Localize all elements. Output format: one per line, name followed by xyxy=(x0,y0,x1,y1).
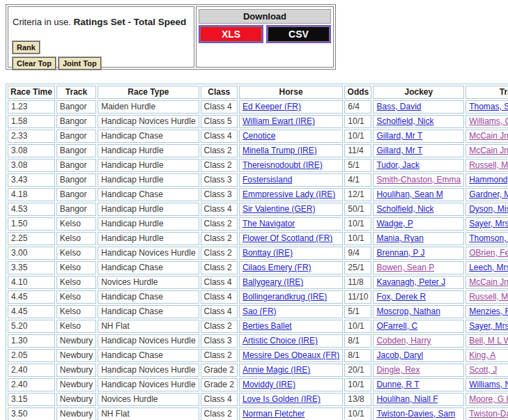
trainer-link[interactable]: Menzies, Rebecca xyxy=(469,306,508,316)
jockey-link[interactable]: Twiston-Davies, Sam xyxy=(376,409,455,419)
jockey-link[interactable]: Bass, David xyxy=(376,102,421,111)
jockey-link[interactable]: Cobden, Harry xyxy=(376,336,431,345)
horse-link[interactable]: Sir Valentine (GER) xyxy=(243,204,315,214)
horse-link-cell: Minella Trump (IRE) xyxy=(239,144,343,157)
race-time-cell: 1.30 xyxy=(8,334,55,348)
jockey-link[interactable]: Brennan, P J xyxy=(376,248,424,258)
horse-link-cell: The Navigator xyxy=(239,217,343,231)
jockey-link[interactable]: OFarrell, C xyxy=(376,321,417,331)
horse-link[interactable]: Cenotice xyxy=(243,131,275,141)
horse-link[interactable]: Minella Trump (IRE) xyxy=(243,146,317,155)
race-time-cell: 4.45 xyxy=(8,290,55,304)
trainer-link[interactable]: Twiston-Davies, N A xyxy=(469,409,508,419)
odds-cell: 12/1 xyxy=(344,188,371,201)
horse-link[interactable]: Artistic Choice (IRE) xyxy=(243,336,318,345)
track-cell: Bangor xyxy=(56,144,96,157)
horse-link[interactable]: Love Is Golden (IRE) xyxy=(243,394,321,404)
jockey-link[interactable]: Kavanagh, Peter J xyxy=(376,277,445,287)
horse-link[interactable]: Ballygeary (IRE) xyxy=(243,277,303,287)
trainer-link[interactable]: Scott, J xyxy=(469,365,497,375)
trainer-link[interactable]: Hammond, Micky xyxy=(469,175,508,185)
jockey-link[interactable]: Mania, Ryan xyxy=(376,233,423,243)
jockey-link[interactable]: Dunne, R T xyxy=(376,380,419,389)
horse-link[interactable]: Bonttay (IRE) xyxy=(243,248,293,258)
race-type-cell: Handicap Novices Hurdle xyxy=(98,247,199,260)
horse-link[interactable]: Messire Des Obeaux (FR) xyxy=(243,350,339,360)
jockey-link-cell: OFarrell, C xyxy=(373,320,464,333)
trainer-link[interactable]: Sayer, Mrs Dianne xyxy=(469,219,508,228)
trainer-link[interactable]: Gardner, Mrs S xyxy=(469,189,508,199)
jockey-link[interactable]: Houlihan, Niall F xyxy=(376,394,438,404)
column-header-jockey: Jockey xyxy=(373,86,464,99)
trainer-link-cell: Williams, Noel xyxy=(465,378,508,391)
trainer-link[interactable]: Williams, Christian xyxy=(469,116,508,126)
jockey-link[interactable]: Tudor, Jack xyxy=(376,160,420,170)
odds-cell: 8/1 xyxy=(344,349,371,362)
jockey-link[interactable]: Moscrop, Nathan xyxy=(376,306,440,316)
jockey-link[interactable]: Scholfield, Nick xyxy=(376,204,433,214)
jockey-link[interactable]: Gillard, Mr T xyxy=(376,131,422,141)
horse-link[interactable]: Moviddy (IRE) xyxy=(243,380,295,389)
jockey-link[interactable]: Houlihan, Sean M xyxy=(376,189,442,199)
race-time-cell: 2.05 xyxy=(8,349,55,362)
horse-link[interactable]: Cilaos Emery (FR) xyxy=(243,263,311,272)
trainer-link-cell: Russell, Miss Lucinda V xyxy=(465,159,508,172)
jockey-link[interactable]: Scholfield, Nick xyxy=(376,116,433,126)
clear-top-button[interactable]: Clear Top xyxy=(13,57,56,70)
horse-link[interactable]: Sao (FR) xyxy=(243,306,277,316)
track-cell: Newbury xyxy=(56,393,96,406)
trainer-link[interactable]: Moore, G L xyxy=(469,394,508,404)
trainer-link[interactable]: McCain Jnr, D xyxy=(469,146,508,155)
trainer-link-cell: McCain Jnr, D xyxy=(465,276,508,289)
rank-button[interactable]: Rank xyxy=(13,41,40,54)
jockey-link[interactable]: Dingle, Rex xyxy=(376,365,420,375)
trainer-link[interactable]: Bell, M L W xyxy=(469,336,508,345)
jockey-link[interactable]: Bowen, Sean P xyxy=(376,263,434,272)
horse-link[interactable]: Flower Of Scotland (FR) xyxy=(243,233,332,243)
trainer-link[interactable]: Russell, Miss Lucinda V xyxy=(469,160,508,170)
trainer-link[interactable]: Russell, Miss Lucinda V xyxy=(469,292,508,302)
trainer-link[interactable]: McCain Jnr, D xyxy=(469,277,508,287)
horse-link-cell: Flower Of Scotland (FR) xyxy=(239,232,343,245)
horse-link[interactable]: The Navigator xyxy=(243,219,295,228)
jockey-link[interactable]: Jacob, Daryl xyxy=(376,350,423,360)
trainer-link[interactable]: Williams, Noel xyxy=(469,380,508,389)
horse-link[interactable]: Emmpressive Lady (IRE) xyxy=(243,189,335,199)
race-time-cell: 3.08 xyxy=(8,159,55,172)
jockey-link[interactable]: Fox, Derek R xyxy=(376,292,426,302)
horse-link[interactable]: Annie Magic (IRE) xyxy=(243,365,310,375)
horse-link-cell: Sao (FR) xyxy=(239,305,343,318)
horse-link[interactable]: Thereisnodoubt (IRE) xyxy=(243,160,323,170)
trainer-link[interactable]: OBrien, Fergal xyxy=(469,248,508,258)
trainer-link[interactable]: Sayer, Mrs Dianne xyxy=(469,321,508,331)
horse-link[interactable]: Bollingerandkrug (IRE) xyxy=(243,292,327,302)
trainer-link[interactable]: Thomson, A M xyxy=(469,233,508,243)
trainer-link[interactable]: Dyson, Miss C xyxy=(469,204,508,214)
trainer-link[interactable]: McCain Jnr, D xyxy=(469,131,508,141)
trainer-link-cell: Sayer, Mrs Dianne xyxy=(465,320,508,333)
download-csv-button[interactable]: CSV xyxy=(266,25,331,43)
track-cell: Bangor xyxy=(56,159,96,172)
horse-link[interactable]: Fostersisland xyxy=(243,175,292,185)
joint-top-button[interactable]: Joint Top xyxy=(59,57,101,70)
horse-link[interactable]: William Ewart (IRE) xyxy=(243,116,315,126)
horse-link[interactable]: Ed Keeper (FR) xyxy=(243,102,301,111)
trainer-link[interactable]: King, A xyxy=(469,350,495,360)
trainer-link[interactable]: Leech, Mrs S xyxy=(469,263,508,272)
horse-link[interactable]: Norman Fletcher xyxy=(243,409,305,419)
class-cell: Class 2 xyxy=(201,247,238,260)
odds-cell: 4/1 xyxy=(344,173,371,187)
race-row: 1.23BangorMaiden HurdleClass 4Ed Keeper … xyxy=(8,100,508,114)
horse-link-cell: Love Is Golden (IRE) xyxy=(239,393,343,406)
trainer-link-cell: Gardner, Mrs S xyxy=(465,188,508,201)
horse-link[interactable]: Berties Ballet xyxy=(243,321,292,331)
trainer-link-cell: Menzies, Rebecca xyxy=(465,305,508,318)
odds-cell: 8/1 xyxy=(344,334,371,348)
download-xls-button[interactable]: XLS xyxy=(199,25,263,43)
jockey-link[interactable]: Wadge, P xyxy=(376,219,413,228)
jockey-link[interactable]: Smith-Chaston, Emma xyxy=(376,175,461,185)
race-row: 2.40NewburyHandicap Novices HurdleGrade … xyxy=(8,364,508,377)
trainer-link[interactable]: Thomas, Sam xyxy=(469,102,508,111)
jockey-link[interactable]: Gillard, Mr T xyxy=(376,146,422,155)
races-table: Race TimeTrackRace TypeClassHorseOddsJoc… xyxy=(6,84,508,420)
